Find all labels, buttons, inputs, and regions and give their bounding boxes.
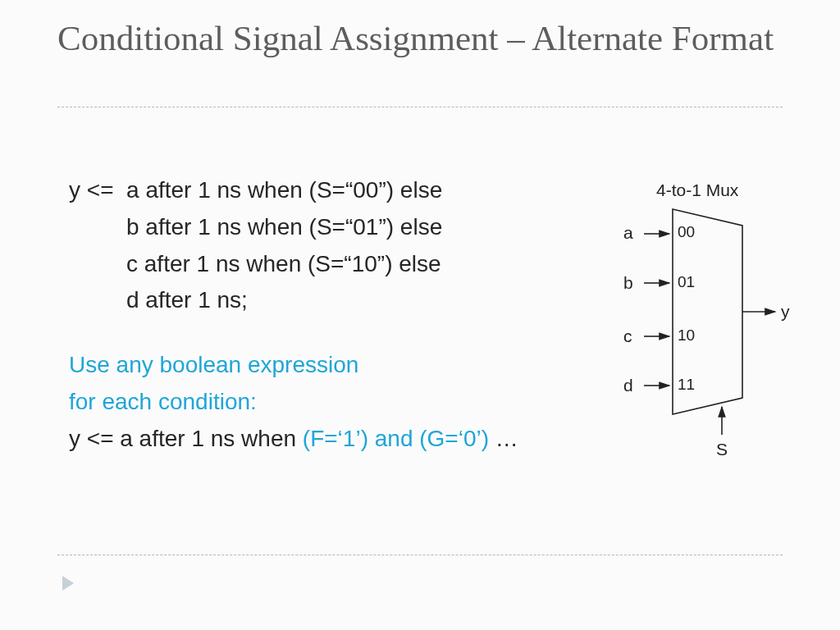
mux-select-s: S — [716, 440, 728, 459]
mux-input-b: b — [623, 273, 633, 293]
example-suffix: … — [489, 426, 518, 451]
code-line-1: y <= a after 1 ns when (S=“00”) else — [69, 172, 578, 209]
example-condition: (F=‘1’) and (G=‘0’) — [303, 426, 489, 451]
mux-input-c: c — [623, 326, 632, 346]
example-line: y <= a after 1 ns when (F=‘1’) and (G=‘0… — [69, 421, 578, 458]
title-underline — [57, 107, 783, 107]
mux-output-y: y — [781, 302, 790, 322]
mux-input-a: a — [623, 223, 633, 243]
body-text: y <= a after 1 ns when (S=“00”) else b a… — [69, 172, 578, 458]
slide-title: Conditional Signal Assignment – Alternat… — [57, 18, 779, 58]
mux-port-11: 11 — [678, 376, 695, 394]
mux-diagram: 4-to-1 Mux a b c d 00 01 10 11 — [599, 164, 812, 492]
code-line-2: b after 1 ns when (S=“01”) else — [69, 209, 578, 246]
mux-input-d: d — [623, 376, 633, 395]
code-line-3: c after 1 ns when (S=“10”) else — [69, 246, 578, 283]
mux-port-10: 10 — [678, 326, 695, 345]
slide: Conditional Signal Assignment – Alternat… — [0, 0, 840, 630]
note-line-2: for each condition: — [69, 384, 578, 421]
footer-bullet-icon — [62, 576, 74, 591]
note-line-1: Use any boolean expression — [69, 347, 578, 384]
mux-port-01: 01 — [678, 273, 695, 291]
footer-rule — [57, 555, 783, 555]
code-line-4: d after 1 ns; — [69, 282, 578, 319]
example-prefix: y <= a after 1 ns when — [69, 426, 303, 451]
mux-port-00: 00 — [678, 223, 695, 241]
